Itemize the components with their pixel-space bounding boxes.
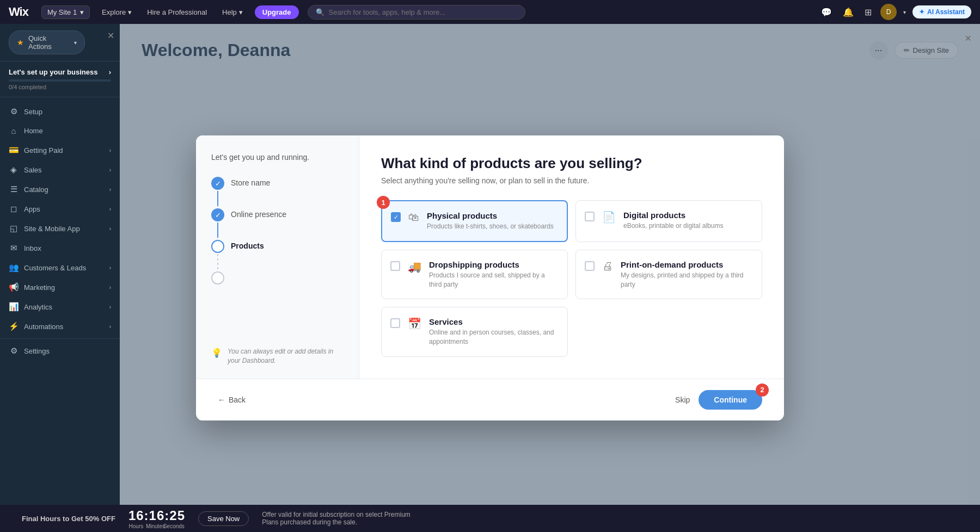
digital-title: Digital products: [623, 211, 723, 220]
step-line: [217, 191, 218, 206]
step-label-online-presence: Online presence: [231, 208, 286, 219]
dropshipping-title: Dropshipping products: [429, 260, 559, 269]
modal-footer: ← Back Skip 2 Continue: [196, 379, 784, 420]
timer-section: 16:16:25 Hours Minutes Seconds: [128, 508, 185, 529]
skip-button[interactable]: Skip: [675, 395, 690, 404]
offer-text: Final Hours to Get 50% OFF: [22, 515, 115, 523]
check-icon: ✓: [215, 211, 221, 219]
save-now-button[interactable]: Save Now: [198, 511, 249, 526]
top-nav-right: 💬 🔔 ⊞ D ▾ ✦ AI Assistant: [819, 4, 971, 20]
dropshipping-desc: Products I source and sell, shipped by a…: [429, 271, 559, 289]
modal-main-content: What kind of products are you selling? S…: [359, 135, 784, 379]
back-arrow-icon: ←: [218, 395, 225, 404]
modal-question: What kind of products are you selling?: [381, 155, 762, 172]
notifications-icon[interactable]: 🔔: [841, 5, 856, 20]
explore-chevron-icon: ▾: [128, 8, 132, 16]
minutes-label: Minutes: [146, 523, 161, 529]
services-icon: 📅: [408, 317, 421, 330]
help-button[interactable]: Help ▾: [219, 6, 246, 18]
hire-professional-button[interactable]: Hire a Professional: [144, 6, 210, 18]
step-circle-products: [211, 240, 224, 253]
print-on-demand-desc: My designs, printed and shipped by a thi…: [621, 271, 753, 289]
product-card-physical[interactable]: 1 ✓ 🛍 Physical products Products like t-…: [381, 200, 568, 242]
step-circle-pending: [211, 271, 224, 284]
back-button[interactable]: ← Back: [218, 395, 246, 404]
product-card-digital[interactable]: 📄 Digital products eBooks, printable or …: [575, 200, 762, 242]
product-card-print-on-demand[interactable]: 🖨 Print-on-demand products My designs, p…: [575, 250, 762, 300]
check-icon: ✓: [394, 214, 399, 221]
search-bar[interactable]: 🔍: [308, 5, 525, 20]
grid-icon[interactable]: ⊞: [862, 5, 874, 20]
print-on-demand-checkbox[interactable]: [585, 261, 595, 271]
digital-checkbox[interactable]: [585, 212, 595, 221]
bottom-bar: Final Hours to Get 50% OFF 16:16:25 Hour…: [0, 505, 980, 532]
services-card-text: Services Online and in person courses, c…: [429, 317, 559, 347]
annotation-1-wrapper: 1 ✓ 🛍 Physical products Products like t-…: [381, 200, 762, 357]
product-card-dropshipping[interactable]: 🚚 Dropshipping products Products I sourc…: [381, 250, 568, 300]
physical-icon: 🛍: [408, 211, 419, 224]
ai-assistant-button[interactable]: ✦ AI Assistant: [912, 5, 971, 18]
timer-labels: Hours Minutes Seconds: [128, 523, 185, 529]
step-line: [217, 222, 218, 238]
search-icon: 🔍: [316, 8, 324, 16]
digital-icon: 📄: [602, 211, 616, 224]
modal-hint: 💡 You can always edit or add details in …: [211, 347, 344, 366]
explore-nav-button[interactable]: Explore ▾: [99, 6, 135, 18]
modal-sidebar: Let's get you up and running. ✓ Store na…: [196, 135, 359, 379]
step-label-products: Products: [231, 240, 264, 250]
footer-right-actions: Skip 2 Continue: [675, 390, 762, 410]
site-name-label: My Site 1: [47, 8, 77, 16]
physical-card-text: Physical products Products like t-shirts…: [427, 211, 554, 231]
continue-button[interactable]: Continue: [699, 390, 762, 410]
dropshipping-card-text: Dropshipping products Products I source …: [429, 260, 559, 289]
wizard-steps: ✓ Store name ✓: [211, 177, 344, 287]
print-on-demand-icon: 🖨: [602, 260, 613, 273]
wizard-step-pending: [211, 271, 344, 284]
timer-display: 16:16:25: [128, 508, 185, 523]
modal-backdrop: × Let's get you up and running. ✓ Store …: [0, 24, 980, 532]
annotation-badge-1: 1: [377, 196, 390, 209]
services-checkbox[interactable]: [390, 318, 400, 328]
dropshipping-icon: 🚚: [408, 260, 421, 273]
physical-desc: Products like t-shirts, shoes, or skateb…: [427, 222, 554, 231]
hint-text: You can always edit or add details in yo…: [228, 347, 344, 366]
wizard-step-store-name: ✓ Store name: [211, 177, 344, 206]
step-circle-store-name: ✓: [211, 177, 224, 190]
step-label-store-name: Store name: [231, 177, 270, 187]
dropshipping-checkbox[interactable]: [390, 261, 400, 271]
wix-logo: Wix: [9, 5, 28, 19]
product-type-modal: × Let's get you up and running. ✓ Store …: [196, 135, 784, 420]
step-circle-online-presence: ✓: [211, 208, 224, 221]
hours-label: Hours: [128, 523, 144, 529]
physical-title: Physical products: [427, 211, 554, 220]
site-name-dropdown[interactable]: My Site 1 ▾: [41, 5, 90, 19]
physical-checkbox[interactable]: ✓: [391, 212, 401, 222]
offer-detail: Offer valid for initial subscription on …: [262, 511, 425, 526]
modal-subtitle: Select anything you're selling now, or p…: [381, 176, 762, 185]
avatar[interactable]: D: [880, 4, 897, 20]
messages-icon[interactable]: 💬: [819, 5, 834, 20]
services-desc: Online and in person courses, classes, a…: [429, 328, 559, 347]
ai-icon: ✦: [919, 8, 924, 16]
product-grid: 1 ✓ 🛍 Physical products Products like t-…: [381, 200, 762, 357]
help-chevron-icon: ▾: [239, 8, 243, 16]
wizard-step-products: Products: [211, 240, 344, 269]
check-icon: ✓: [215, 180, 221, 188]
avatar-chevron-icon: ▾: [903, 9, 906, 15]
site-name-chevron: ▾: [80, 8, 84, 16]
annotation-badge-2: 2: [756, 383, 769, 397]
services-title: Services: [429, 317, 559, 326]
upgrade-button[interactable]: Upgrade: [255, 5, 299, 19]
modal-body: Let's get you up and running. ✓ Store na…: [196, 135, 784, 379]
product-card-services[interactable]: 📅 Services Online and in person courses,…: [381, 307, 568, 357]
print-on-demand-title: Print-on-demand products: [621, 260, 753, 269]
continue-btn-wrapper: 2 Continue: [699, 390, 762, 410]
search-input[interactable]: [329, 8, 517, 16]
wizard-step-online-presence: ✓ Online presence: [211, 208, 344, 238]
lightbulb-icon: 💡: [211, 348, 222, 358]
step-line-dashed: [217, 254, 218, 269]
digital-card-text: Digital products eBooks, printable or di…: [623, 211, 723, 231]
modal-sidebar-title: Let's get you up and running.: [211, 153, 344, 162]
digital-desc: eBooks, printable or digital albums: [623, 221, 723, 231]
top-navigation: Wix My Site 1 ▾ Explore ▾ Hire a Profess…: [0, 0, 980, 24]
